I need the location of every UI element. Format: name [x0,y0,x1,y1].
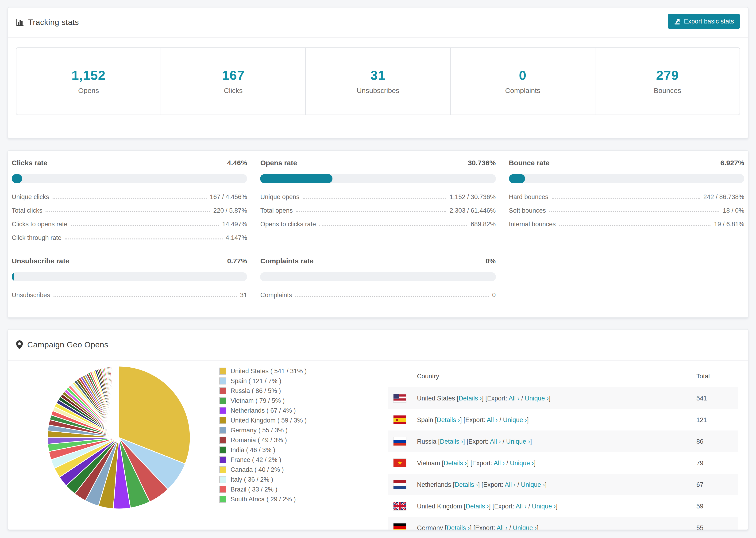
rate-header: Complaints rate0% [260,255,496,266]
legend-item: Italy ( 36 / 2% ) [219,475,307,484]
export-all-link[interactable]: All › [509,395,519,402]
details-link[interactable]: Details › [437,416,460,423]
stat-value: 31 [370,68,386,83]
campaign-geo-opens-card: Campaign Geo Opens United States ( 541 /… [8,329,748,530]
dotted-leader [71,225,219,226]
rate-section-complaints-rate: Complaints rate0%Complaints0 [260,255,496,300]
geo-row-total-cell: 79 [696,459,738,466]
tracking-stats-header: Tracking stats Export basic stats [8,8,748,37]
stat-box-opens: 1,152Opens [17,48,161,115]
stat-value: 279 [656,68,679,83]
geo-table-row: United Kingdom [Details ›] [Export: All … [388,495,738,517]
export-unique-link[interactable]: Unique › [510,459,534,466]
stat-box-clicks: 167Clicks [161,48,305,115]
legend-item: Netherlands ( 67 / 4% ) [219,405,307,415]
rate-detail-label: Complaints [260,292,292,300]
legend-item: India ( 46 / 3% ) [219,445,307,455]
geo-row-country-cell: Netherlands [Details ›] [Export: All › /… [417,481,696,488]
rate-progress-bar [509,174,744,183]
legend-label: United Kingdom ( 59 / 3% ) [231,417,307,424]
export-all-link[interactable]: All › [494,459,505,466]
flag-united-states [394,394,406,402]
export-unique-link[interactable]: Unique › [525,395,549,402]
rate-detail-value: 31 [240,292,247,300]
flag-united-kingdom [394,502,406,510]
country-name: Spain [417,416,435,423]
stat-label: Bounces [654,86,681,94]
legend-item: Romania ( 49 / 3% ) [219,435,307,445]
details-link[interactable]: Details › [455,481,478,488]
country-name: Russia [417,438,438,445]
legend-label: South Africa ( 29 / 2% ) [231,496,296,503]
geo-row-country-cell: Vietnam [Details ›] [Export: All › / Uni… [417,459,696,466]
rate-progress-fill [260,174,333,183]
rate-detail-value: 689.82% [471,221,496,230]
details-link[interactable]: Details › [447,524,470,530]
geo-row-flag-cell [394,480,417,489]
map-pin-icon [16,340,23,349]
geo-row-flag-cell [394,502,417,510]
rate-detail-row: Clicks to opens rate14.497% [12,216,247,230]
export-all-link[interactable]: All › [490,438,501,445]
details-link[interactable]: Details › [440,438,463,445]
geo-row-country-cell: Russia [Details ›] [Export: All › / Uniq… [417,438,696,445]
legend-label: India ( 46 / 3% ) [231,447,275,454]
geo-row-flag-cell [394,523,417,530]
rate-detail-label: Total clicks [12,207,42,216]
rate-value: 0% [486,256,496,265]
export-all-link[interactable]: All › [505,481,516,488]
pie-legend: United States ( 541 / 31% )Spain ( 121 /… [219,366,307,504]
dotted-leader [52,198,206,198]
rate-detail-row: Opens to clicks rate689.82% [260,216,496,230]
legend-swatch [219,427,226,434]
rate-progress-bar [12,174,247,183]
rate-detail-row: Unsubscribes31 [12,287,247,300]
rate-detail-value: 1,152 / 30.736% [450,193,496,202]
dotted-leader [65,239,222,240]
rate-detail-row: Total clicks220 / 5.87% [12,202,247,216]
pie-slice-other-73 [119,366,119,438]
export-unique-link[interactable]: Unique › [506,438,530,445]
rate-title: Bounce rate [509,158,549,166]
geo-row-total-cell: 86 [696,438,738,445]
rate-header: Unsubscribe rate0.77% [12,255,247,266]
dotted-leader [549,211,720,212]
dotted-leader [54,296,237,297]
rate-progress-fill [12,272,14,281]
export-unique-link[interactable]: Unique › [521,481,545,488]
country-name: Vietnam [417,459,442,466]
dotted-leader [296,211,446,212]
rate-detail-value: 18 / 0% [723,207,744,216]
country-name: United States [417,395,457,402]
export-all-link[interactable]: All › [487,416,498,423]
legend-swatch [219,407,226,414]
legend-swatch [219,437,226,444]
rate-title: Complaints rate [260,256,314,265]
stats-row: 1,152Opens167Clicks31Unsubscribes0Compla… [16,47,740,115]
rate-detail-row: Click through rate4.147% [12,230,247,243]
stat-box-complaints: 0Complaints [450,48,595,115]
flag-vietnam: ★ [394,459,406,467]
dotted-leader [552,198,700,198]
legend-label: Germany ( 55 / 3% ) [231,427,288,434]
flag-germany [394,523,406,530]
details-link[interactable]: Details › [465,503,489,510]
details-link[interactable]: Details › [444,459,467,466]
rate-detail-rows: Unique clicks167 / 4.456%Total clicks220… [12,189,247,243]
export-all-link[interactable]: All › [515,503,527,510]
rate-detail-row: Complaints0 [260,287,496,300]
geo-table-row: Germany [Details ›] [Export: All › / Uni… [388,517,738,530]
export-unique-link[interactable]: Unique › [503,416,527,423]
rate-progress-bar [260,272,496,281]
export-all-link[interactable]: All › [497,524,508,530]
legend-label: United States ( 541 / 31% ) [231,368,307,375]
rate-detail-rows: Hard bounces242 / 86.738%Soft bounces18 … [509,189,744,230]
export-basic-stats-button[interactable]: Export basic stats [668,14,740,28]
export-unique-link[interactable]: Unique › [513,524,537,530]
details-link[interactable]: Details › [459,395,482,402]
export-unique-link[interactable]: Unique › [532,503,556,510]
legend-label: Canada ( 40 / 2% ) [231,466,284,473]
rate-detail-rows: Unique opens1,152 / 30.736%Total opens2,… [260,189,496,230]
stat-value: 1,152 [72,68,106,83]
dotted-leader [559,225,711,226]
